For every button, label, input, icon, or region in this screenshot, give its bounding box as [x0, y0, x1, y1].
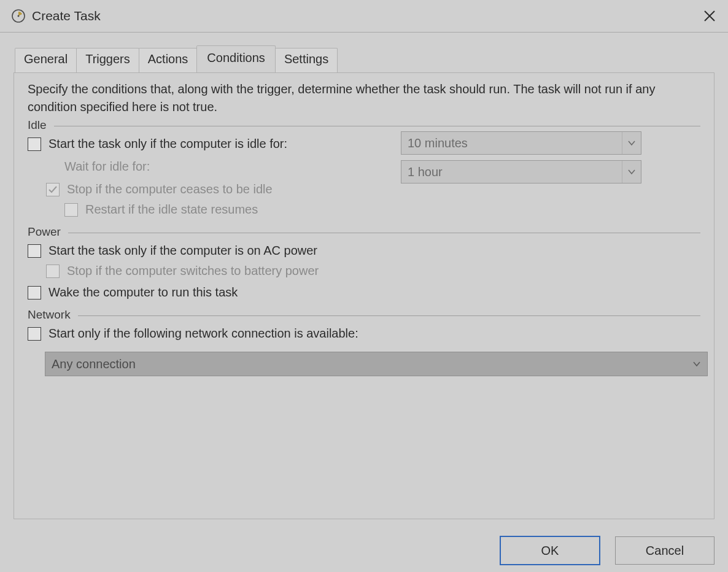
combo-wait-for-idle-value: 1 hour [408, 165, 443, 179]
section-idle-rule [54, 126, 700, 126]
section-power-rule [68, 233, 700, 233]
ok-button[interactable]: OK [500, 536, 600, 565]
label-stop-if-ceases-idle: Stop if the computer ceases to be idle [67, 182, 273, 196]
label-wake-to-run: Wake the computer to run this task [48, 285, 238, 300]
combo-idle-duration[interactable]: 10 minutes [401, 131, 641, 155]
label-restart-if-resumes: Restart if the idle state resumes [85, 203, 258, 217]
cancel-button[interactable]: Cancel [615, 536, 714, 565]
label-start-only-if-idle: Start the task only if the computer is i… [48, 137, 287, 151]
combo-network-connection-value: Any connection [52, 357, 136, 371]
label-start-only-on-ac: Start the task only if the computer is o… [48, 244, 317, 258]
section-network-rule [78, 315, 700, 316]
tab-settings[interactable]: Settings [275, 48, 338, 72]
combo-idle-duration-value: 10 minutes [408, 136, 468, 150]
label-wait-for-idle: Wait for idle for: [64, 160, 150, 174]
dialog-footer: OK Cancel [0, 529, 728, 572]
label-start-only-if-network: Start only if the following network conn… [48, 327, 358, 341]
tab-actions[interactable]: Actions [139, 48, 198, 72]
checkbox-start-only-on-ac[interactable] [28, 244, 41, 258]
section-network: Network [28, 308, 700, 322]
checkbox-wake-to-run[interactable] [28, 286, 41, 300]
clock-icon [11, 9, 26, 23]
checkbox-start-only-if-network[interactable] [28, 327, 41, 341]
close-icon [703, 10, 716, 22]
section-idle-label: Idle [28, 118, 47, 132]
chevron-down-icon [622, 132, 641, 154]
chevron-down-icon [686, 360, 707, 368]
combo-network-connection[interactable]: Any connection [45, 352, 708, 376]
combo-wait-for-idle[interactable]: 1 hour [401, 160, 641, 184]
section-network-label: Network [28, 308, 71, 322]
tab-general[interactable]: General [15, 48, 77, 72]
conditions-panel: Specify the conditions that, along with … [14, 72, 714, 519]
tab-conditions[interactable]: Conditions [196, 45, 276, 70]
svg-point-1 [18, 15, 20, 17]
window-title: Create Task [32, 9, 101, 23]
checkbox-restart-if-resumes[interactable] [64, 203, 78, 217]
conditions-description: Specify the conditions that, along with … [28, 80, 697, 116]
section-idle: Idle [28, 118, 700, 132]
tabstrip: General Triggers Actions Conditions Sett… [15, 48, 337, 72]
tab-triggers[interactable]: Triggers [76, 48, 139, 72]
section-power: Power [28, 225, 700, 239]
label-stop-on-battery: Stop if the computer switches to battery… [67, 264, 319, 278]
chevron-down-icon [622, 161, 641, 183]
checkbox-stop-if-ceases-idle[interactable] [46, 183, 60, 196]
checkbox-stop-on-battery[interactable] [46, 265, 60, 278]
title-left: Create Task [11, 9, 101, 23]
titlebar: Create Task [0, 0, 728, 33]
section-power-label: Power [28, 225, 61, 239]
close-button[interactable] [696, 2, 723, 29]
checkbox-start-only-if-idle[interactable] [28, 137, 41, 151]
